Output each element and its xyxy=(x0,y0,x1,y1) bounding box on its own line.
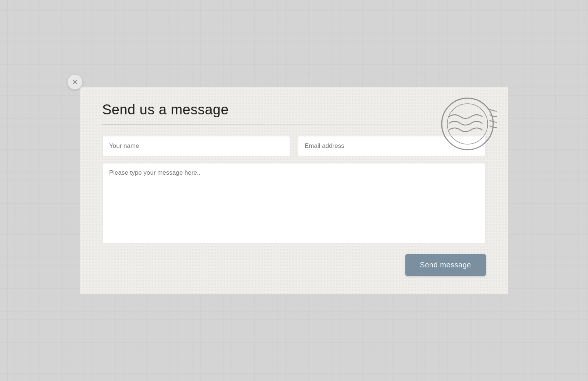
modal-title: Send us a message xyxy=(102,102,486,118)
modal-wrapper: Send us a message Send message xyxy=(74,81,514,301)
form-footer: Send message xyxy=(102,254,486,276)
name-input[interactable] xyxy=(102,136,290,156)
svg-point-3 xyxy=(447,104,488,144)
send-message-button[interactable]: Send message xyxy=(405,254,486,276)
svg-point-2 xyxy=(442,98,493,150)
envelope-inner: Send us a message Send message xyxy=(80,87,508,294)
title-divider xyxy=(102,124,428,125)
close-button[interactable] xyxy=(67,74,83,90)
postmark-stamp xyxy=(438,95,497,153)
envelope: Send us a message Send message xyxy=(74,81,514,301)
message-textarea[interactable] xyxy=(102,163,486,244)
name-email-row xyxy=(102,136,486,156)
